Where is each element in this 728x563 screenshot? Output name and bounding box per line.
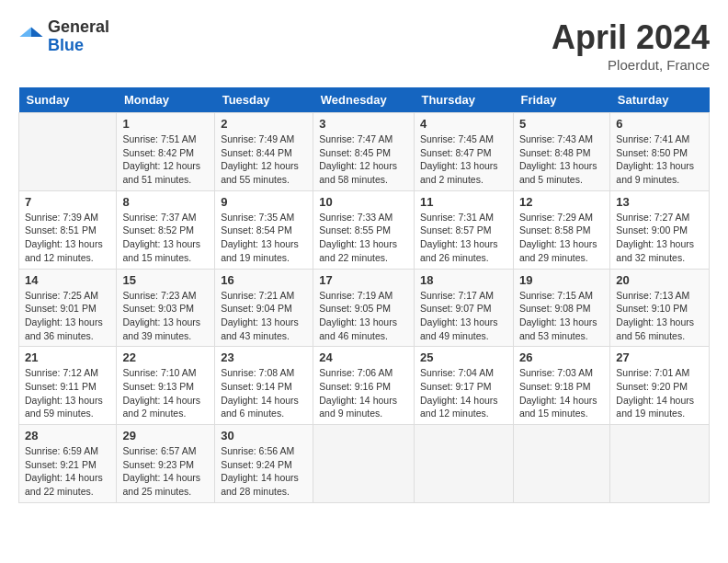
day-cell: 1Sunrise: 7:51 AMSunset: 8:42 PMDaylight… xyxy=(117,113,215,191)
header-day-tuesday: Tuesday xyxy=(215,87,313,113)
day-info: Sunrise: 7:35 AMSunset: 8:54 PMDaylight:… xyxy=(221,211,307,265)
day-cell: 12Sunrise: 7:29 AMSunset: 8:58 PMDayligh… xyxy=(513,190,609,269)
day-number: 25 xyxy=(420,350,507,364)
day-info: Sunrise: 7:12 AMSunset: 9:11 PMDaylight:… xyxy=(25,366,110,420)
day-info: Sunrise: 7:25 AMSunset: 9:01 PMDaylight:… xyxy=(25,289,110,343)
day-number: 7 xyxy=(25,195,110,209)
day-cell xyxy=(19,113,117,191)
location: Ploerdut, France xyxy=(552,57,710,73)
day-number: 10 xyxy=(319,195,408,209)
day-number: 30 xyxy=(221,429,307,442)
header-day-sunday: Sunday xyxy=(19,87,117,113)
week-row-4: 28Sunrise: 6:59 AMSunset: 9:21 PMDayligh… xyxy=(19,425,710,503)
svg-marker-0 xyxy=(31,27,43,37)
logo-general-text: General xyxy=(48,18,109,37)
day-number: 24 xyxy=(319,350,408,364)
day-info: Sunrise: 7:23 AMSunset: 9:03 PMDaylight:… xyxy=(122,289,209,343)
day-info: Sunrise: 7:01 AMSunset: 9:20 PMDaylight:… xyxy=(616,366,703,420)
week-row-0: 1Sunrise: 7:51 AMSunset: 8:42 PMDaylight… xyxy=(19,113,710,191)
day-cell: 30Sunrise: 6:56 AMSunset: 9:24 PMDayligh… xyxy=(215,425,313,503)
day-cell: 2Sunrise: 7:49 AMSunset: 8:44 PMDaylight… xyxy=(215,113,313,191)
day-number: 3 xyxy=(319,117,408,131)
svg-marker-1 xyxy=(19,27,31,37)
day-info: Sunrise: 7:47 AMSunset: 8:45 PMDaylight:… xyxy=(319,132,408,187)
day-info: Sunrise: 7:08 AMSunset: 9:14 PMDaylight:… xyxy=(221,366,307,420)
day-cell: 27Sunrise: 7:01 AMSunset: 9:20 PMDayligh… xyxy=(610,347,710,425)
day-info: Sunrise: 7:19 AMSunset: 9:05 PMDaylight:… xyxy=(319,289,408,343)
day-cell xyxy=(610,425,710,503)
day-info: Sunrise: 7:45 AMSunset: 8:47 PMDaylight:… xyxy=(420,132,507,187)
day-cell: 14Sunrise: 7:25 AMSunset: 9:01 PMDayligh… xyxy=(19,269,117,347)
week-row-1: 7Sunrise: 7:39 AMSunset: 8:51 PMDaylight… xyxy=(19,190,710,269)
day-cell: 9Sunrise: 7:35 AMSunset: 8:54 PMDaylight… xyxy=(215,190,313,269)
day-number: 11 xyxy=(420,195,507,209)
day-info: Sunrise: 7:29 AMSunset: 8:58 PMDaylight:… xyxy=(519,211,604,265)
header-row: SundayMondayTuesdayWednesdayThursdayFrid… xyxy=(19,87,710,113)
day-number: 1 xyxy=(122,117,209,131)
day-number: 14 xyxy=(25,273,110,287)
day-info: Sunrise: 7:13 AMSunset: 9:10 PMDaylight:… xyxy=(616,289,703,343)
header: General Blue April 2024 Ploerdut, France xyxy=(18,18,710,73)
day-number: 27 xyxy=(616,350,703,364)
day-info: Sunrise: 7:33 AMSunset: 8:55 PMDaylight:… xyxy=(319,211,408,265)
calendar-table: SundayMondayTuesdayWednesdayThursdayFrid… xyxy=(18,87,710,503)
day-number: 23 xyxy=(221,350,307,364)
day-cell: 26Sunrise: 7:03 AMSunset: 9:18 PMDayligh… xyxy=(513,347,609,425)
day-info: Sunrise: 7:21 AMSunset: 9:04 PMDaylight:… xyxy=(221,289,307,343)
day-cell: 23Sunrise: 7:08 AMSunset: 9:14 PMDayligh… xyxy=(215,347,313,425)
day-cell: 29Sunrise: 6:57 AMSunset: 9:23 PMDayligh… xyxy=(117,425,215,503)
day-info: Sunrise: 7:03 AMSunset: 9:18 PMDaylight:… xyxy=(519,366,604,420)
day-info: Sunrise: 6:57 AMSunset: 9:23 PMDaylight:… xyxy=(122,444,209,499)
day-info: Sunrise: 7:10 AMSunset: 9:13 PMDaylight:… xyxy=(122,366,209,420)
day-number: 18 xyxy=(420,273,507,287)
day-number: 16 xyxy=(221,273,307,287)
day-cell: 8Sunrise: 7:37 AMSunset: 8:52 PMDaylight… xyxy=(117,190,215,269)
day-cell: 20Sunrise: 7:13 AMSunset: 9:10 PMDayligh… xyxy=(610,269,710,347)
day-number: 26 xyxy=(519,350,604,364)
day-cell: 24Sunrise: 7:06 AMSunset: 9:16 PMDayligh… xyxy=(313,347,415,425)
day-info: Sunrise: 7:04 AMSunset: 9:17 PMDaylight:… xyxy=(420,366,507,420)
title-block: April 2024 Ploerdut, France xyxy=(552,18,710,73)
day-cell: 10Sunrise: 7:33 AMSunset: 8:55 PMDayligh… xyxy=(313,190,415,269)
day-cell: 18Sunrise: 7:17 AMSunset: 9:07 PMDayligh… xyxy=(414,269,513,347)
day-cell: 25Sunrise: 7:04 AMSunset: 9:17 PMDayligh… xyxy=(414,347,513,425)
header-day-monday: Monday xyxy=(117,87,215,113)
day-cell: 28Sunrise: 6:59 AMSunset: 9:21 PMDayligh… xyxy=(19,425,117,503)
day-cell: 21Sunrise: 7:12 AMSunset: 9:11 PMDayligh… xyxy=(19,347,117,425)
day-info: Sunrise: 7:17 AMSunset: 9:07 PMDaylight:… xyxy=(420,289,507,343)
day-cell: 6Sunrise: 7:41 AMSunset: 8:50 PMDaylight… xyxy=(610,113,710,191)
week-row-2: 14Sunrise: 7:25 AMSunset: 9:01 PMDayligh… xyxy=(19,269,710,347)
day-number: 6 xyxy=(616,117,703,131)
day-info: Sunrise: 6:56 AMSunset: 9:24 PMDaylight:… xyxy=(221,444,307,499)
day-cell: 3Sunrise: 7:47 AMSunset: 8:45 PMDaylight… xyxy=(313,113,415,191)
day-info: Sunrise: 7:31 AMSunset: 8:57 PMDaylight:… xyxy=(420,211,507,265)
day-cell xyxy=(513,425,609,503)
day-cell: 17Sunrise: 7:19 AMSunset: 9:05 PMDayligh… xyxy=(313,269,415,347)
day-cell: 19Sunrise: 7:15 AMSunset: 9:08 PMDayligh… xyxy=(513,269,609,347)
day-number: 20 xyxy=(616,273,703,287)
day-cell: 22Sunrise: 7:10 AMSunset: 9:13 PMDayligh… xyxy=(117,347,215,425)
header-day-saturday: Saturday xyxy=(610,87,710,113)
day-info: Sunrise: 7:39 AMSunset: 8:51 PMDaylight:… xyxy=(25,211,110,265)
logo-blue-text: Blue xyxy=(48,37,109,55)
day-number: 4 xyxy=(420,117,507,131)
day-cell xyxy=(313,425,415,503)
header-day-thursday: Thursday xyxy=(414,87,513,113)
header-day-wednesday: Wednesday xyxy=(313,87,415,113)
day-info: Sunrise: 7:37 AMSunset: 8:52 PMDaylight:… xyxy=(122,211,209,265)
day-number: 28 xyxy=(25,429,110,442)
day-info: Sunrise: 7:51 AMSunset: 8:42 PMDaylight:… xyxy=(122,132,209,187)
day-cell: 13Sunrise: 7:27 AMSunset: 9:00 PMDayligh… xyxy=(610,190,710,269)
day-cell: 7Sunrise: 7:39 AMSunset: 8:51 PMDaylight… xyxy=(19,190,117,269)
day-number: 5 xyxy=(519,117,604,131)
day-number: 13 xyxy=(616,195,703,209)
day-cell: 5Sunrise: 7:43 AMSunset: 8:48 PMDaylight… xyxy=(513,113,609,191)
day-number: 8 xyxy=(122,195,209,209)
day-cell: 16Sunrise: 7:21 AMSunset: 9:04 PMDayligh… xyxy=(215,269,313,347)
day-cell xyxy=(414,425,513,503)
day-cell: 15Sunrise: 7:23 AMSunset: 9:03 PMDayligh… xyxy=(117,269,215,347)
day-info: Sunrise: 7:41 AMSunset: 8:50 PMDaylight:… xyxy=(616,132,703,187)
day-info: Sunrise: 6:59 AMSunset: 9:21 PMDaylight:… xyxy=(25,444,110,499)
week-row-3: 21Sunrise: 7:12 AMSunset: 9:11 PMDayligh… xyxy=(19,347,710,425)
month-title: April 2024 xyxy=(552,18,710,57)
